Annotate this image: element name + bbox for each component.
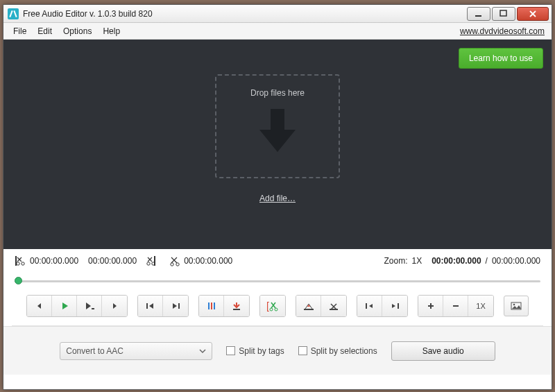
split-by-selections-label: Split by selections — [311, 346, 377, 356]
svg-rect-21 — [330, 309, 338, 310]
timeline-slider[interactable] — [15, 274, 540, 288]
total-time: 00:00:00.000 — [492, 256, 540, 266]
format-select-value: Convert to AAC — [66, 346, 123, 356]
learn-button[interactable]: Learn how to use — [459, 48, 543, 69]
menu-help[interactable]: Help — [97, 25, 126, 37]
svg-point-26 — [513, 304, 515, 306]
svg-rect-12 — [178, 303, 180, 309]
split-by-tags-label: Split by tags — [239, 346, 284, 356]
menu-file[interactable]: File — [8, 25, 32, 37]
playback-group — [26, 295, 128, 317]
skip-start-icon — [145, 301, 156, 311]
window-title: Free Audio Editor v. 1.0.3 build 820 — [23, 9, 153, 19]
dropzone[interactable]: Drop files here — [215, 74, 340, 178]
close-button[interactable] — [517, 7, 549, 21]
markers-icon — [206, 301, 217, 311]
selection-group — [357, 295, 408, 317]
svg-rect-1 — [500, 10, 506, 16]
selection-end-icon — [144, 255, 156, 267]
app-window: Free Audio Editor v. 1.0.3 build 820 Fil… — [3, 4, 552, 390]
markers-button[interactable] — [199, 296, 224, 316]
crop-button[interactable] — [296, 296, 321, 316]
skip-end-icon — [170, 301, 181, 311]
menu-options[interactable]: Options — [58, 25, 97, 37]
zoom-out-button[interactable] — [443, 296, 468, 316]
svg-rect-22 — [366, 303, 367, 309]
cut-icon: [ — [266, 300, 280, 312]
marker-group — [198, 295, 250, 317]
svg-text:[: [ — [266, 300, 269, 312]
menu-edit[interactable]: Edit — [32, 25, 58, 37]
minimize-icon — [475, 10, 483, 18]
minimize-button[interactable] — [467, 7, 490, 21]
edit-group — [296, 295, 347, 317]
step-back-button[interactable] — [27, 296, 52, 316]
selection-start-time: 00:00:00.000 — [30, 256, 78, 266]
window-controls — [466, 7, 549, 21]
format-select[interactable]: Convert to AAC — [60, 342, 212, 360]
slider-thumb[interactable] — [15, 277, 22, 284]
svg-rect-13 — [208, 302, 210, 309]
selection-start-icon — [15, 255, 27, 267]
svg-rect-15 — [214, 302, 215, 309]
svg-rect-7 — [154, 256, 155, 266]
delete-button[interactable] — [321, 296, 346, 316]
timebar-row: 00:00:00.000 00:00:00.000 00:00:00.000 Z… — [15, 255, 540, 267]
split-by-selections-checkbox[interactable]: Split by selections — [298, 346, 377, 356]
select-to-start-button[interactable] — [357, 296, 382, 316]
split-by-tags-checkbox[interactable]: Split by tags — [226, 346, 284, 356]
selection-end-time: 00:00:00.000 — [88, 256, 137, 266]
skip-start-button[interactable] — [138, 296, 163, 316]
dropzone-label: Drop files here — [250, 88, 305, 98]
play-button[interactable] — [52, 296, 77, 316]
titlebar: Free Audio Editor v. 1.0.3 build 820 — [3, 5, 552, 23]
app-icon — [8, 8, 19, 19]
svg-rect-10 — [92, 308, 94, 309]
svg-point-2 — [17, 262, 19, 265]
cut-button[interactable]: [ — [260, 296, 285, 316]
crop-icon — [302, 301, 315, 311]
step-forward-button[interactable] — [102, 296, 127, 316]
chevron-down-icon — [199, 349, 206, 355]
image-icon — [511, 301, 522, 311]
checkbox-icon — [226, 346, 235, 355]
svg-point-19 — [275, 308, 278, 311]
svg-rect-24 — [453, 305, 459, 307]
zoom-group: 1X — [418, 295, 494, 317]
zoom-in-button[interactable] — [418, 296, 443, 316]
select-to-end-button[interactable] — [382, 296, 407, 316]
play-selection-button[interactable] — [77, 296, 102, 316]
save-audio-button[interactable]: Save audio — [391, 341, 495, 361]
svg-point-18 — [270, 308, 273, 311]
website-link[interactable]: www.dvdvideosoft.com — [460, 26, 547, 36]
svg-rect-0 — [475, 15, 481, 17]
maximize-button[interactable] — [492, 7, 515, 21]
select-end-icon — [389, 301, 400, 311]
svg-point-5 — [147, 262, 150, 265]
marker-add-button[interactable] — [224, 296, 249, 316]
skip-group — [137, 295, 189, 317]
svg-rect-23 — [398, 303, 399, 309]
save-audio-label: Save audio — [422, 346, 464, 356]
slider-track — [15, 280, 540, 282]
skip-end-button[interactable] — [163, 296, 188, 316]
scissors-icon — [169, 255, 181, 267]
step-forward-icon — [110, 301, 119, 311]
svg-rect-4 — [15, 256, 17, 266]
zoom-reset-button[interactable]: 1X — [468, 296, 493, 316]
toolbar: [ 1X — [3, 287, 552, 325]
add-file-link[interactable]: Add file… — [259, 194, 296, 203]
select-start-icon — [364, 301, 375, 311]
svg-point-3 — [22, 262, 24, 265]
zoom-reset-label: 1X — [476, 302, 485, 310]
svg-point-8 — [171, 263, 173, 266]
play-icon — [60, 301, 69, 311]
cut-group: [ — [259, 295, 286, 317]
zoom-label: Zoom: — [384, 256, 407, 266]
time-separator: / — [486, 256, 488, 266]
svg-rect-14 — [211, 302, 212, 309]
svg-rect-16 — [233, 309, 240, 310]
timebar: 00:00:00.000 00:00:00.000 00:00:00.000 Z… — [3, 249, 552, 287]
snapshot-button[interactable] — [504, 296, 529, 316]
svg-rect-20 — [304, 309, 314, 310]
